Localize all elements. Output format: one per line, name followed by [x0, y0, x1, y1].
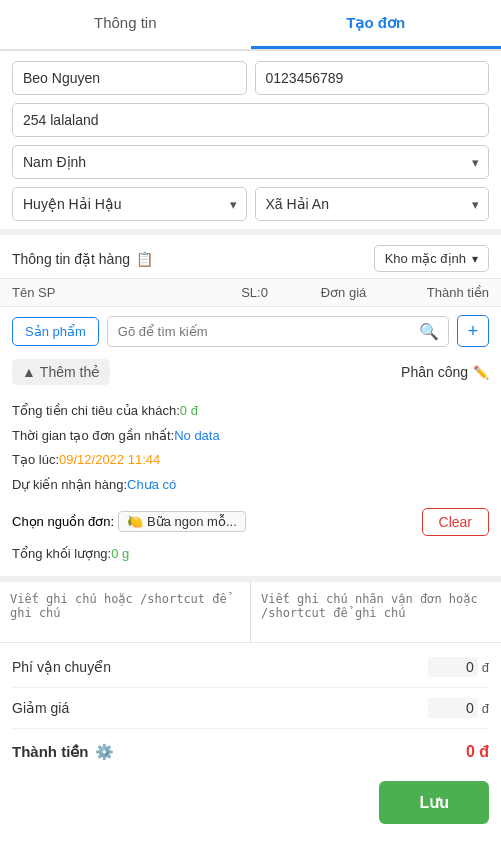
- warehouse-label: Kho mặc định: [385, 251, 466, 266]
- nguon-don-tag[interactable]: 🍋 Bữa ngon mỗ...: [118, 511, 246, 532]
- tong-khoi-luong-label: Tổng khối lượng:: [12, 542, 111, 567]
- thanh-tien-val: 0 đ: [466, 743, 489, 761]
- search-input[interactable]: [107, 316, 449, 347]
- thoi-gian-val: No data: [174, 424, 220, 449]
- tao-luc-val: 09/12/2022 11:44: [59, 448, 160, 473]
- thanh-tien-text: Thành tiền: [12, 743, 89, 761]
- notes-section: [0, 576, 501, 642]
- th-qty: SL:0: [214, 285, 295, 300]
- chevron-down-icon: ▾: [472, 252, 478, 266]
- phi-van-chuyen-row: Phí vận chuyển đ: [12, 647, 489, 688]
- address-input[interactable]: [12, 103, 489, 137]
- tab-thong-tin[interactable]: Thông tin: [0, 0, 251, 49]
- thoi-gian-line: Thời gian tạo đơn gần nhất: No data: [12, 424, 489, 449]
- district-ward-row: Huyện Hải Hậu Xã Hải An: [12, 187, 489, 221]
- name-input[interactable]: [12, 61, 247, 95]
- tao-luc-label: Tạo lúc:: [12, 448, 59, 473]
- product-search-row: Sản phẩm 🔍 +: [0, 307, 501, 355]
- province-select[interactable]: Nam Định: [12, 145, 489, 179]
- district-select[interactable]: Huyện Hải Hậu: [12, 187, 247, 221]
- tong-tien-label: Tổng tiền chi tiêu của khách:: [12, 399, 180, 424]
- giam-gia-unit: đ: [482, 701, 489, 716]
- tab-bar: Thông tin Tạo đơn: [0, 0, 501, 51]
- them-the-label: Thêm thẻ: [40, 364, 100, 380]
- ward-select[interactable]: Xã Hải An: [255, 187, 490, 221]
- tong-khoi-luong-val: 0 g: [111, 542, 129, 567]
- thoi-gian-label: Thời gian tạo đơn gần nhất:: [12, 424, 174, 449]
- info-lines: Tổng tiền chi tiêu của khách: 0 đ Thời g…: [0, 393, 501, 506]
- order-info-text: Thông tin đặt hàng: [12, 251, 130, 267]
- note-input-1[interactable]: [0, 582, 251, 642]
- total-row: Thành tiền ⚙️ 0 đ: [0, 733, 501, 771]
- nguon-don-row: Chọn nguồn đơn: 🍋 Bữa ngon mỗ... Clear: [0, 506, 501, 540]
- giam-gia-label: Giảm giá: [12, 700, 69, 716]
- nguon-don-label: Chọn nguồn đơn:: [12, 514, 114, 529]
- giam-gia-row: Giảm giá đ: [12, 688, 489, 729]
- giam-gia-right: đ: [428, 698, 489, 718]
- form-area: Nam Định Huyện Hải Hậu Xã Hải An: [0, 51, 501, 221]
- phone-input[interactable]: [255, 61, 490, 95]
- province-select-wrapper: Nam Định: [12, 145, 489, 179]
- du-kien-label: Dự kiến nhận hàng:: [12, 473, 127, 498]
- province-row: Nam Định: [12, 145, 489, 179]
- phi-van-chuyen-input[interactable]: [428, 657, 478, 677]
- clear-button[interactable]: Clear: [422, 508, 489, 536]
- phan-cong[interactable]: Phân công ✏️: [401, 364, 489, 380]
- add-product-button[interactable]: +: [457, 315, 489, 347]
- save-button[interactable]: Lưu: [379, 781, 489, 824]
- name-phone-row: [12, 61, 489, 95]
- up-arrow-icon: ▲: [22, 364, 36, 380]
- them-the-row: ▲ Thêm thẻ Phân công ✏️: [0, 355, 501, 393]
- tong-tien-line: Tổng tiền chi tiêu của khách: 0 đ: [12, 399, 489, 424]
- tao-luc-line: Tạo lúc: 09/12/2022 11:44: [12, 448, 489, 473]
- phi-van-chuyen-right: đ: [428, 657, 489, 677]
- th-price: Đơn giá: [295, 285, 392, 300]
- du-kien-line: Dự kiến nhận hàng: Chưa có: [12, 473, 489, 498]
- tab-tao-don[interactable]: Tạo đơn: [251, 0, 502, 49]
- thanh-tien-label: Thành tiền ⚙️: [12, 743, 114, 761]
- search-input-wrap: 🔍: [107, 316, 449, 347]
- phan-cong-label: Phân công: [401, 364, 468, 380]
- warehouse-select[interactable]: Kho mặc định ▾: [374, 245, 489, 272]
- fee-rows: Phí vận chuyển đ Giảm giá đ: [0, 642, 501, 733]
- giam-gia-input[interactable]: [428, 698, 478, 718]
- nguon-don-emoji: 🍋: [127, 514, 143, 529]
- phi-van-chuyen-unit: đ: [482, 660, 489, 675]
- du-kien-val: Chưa có: [127, 473, 176, 498]
- calendar-icon: 📋: [136, 251, 153, 267]
- main-container: Thông tin Tạo đơn Nam Định Huyện Hải Hậu: [0, 0, 501, 864]
- khoi-luong-line: Tổng khối lượng: 0 g: [0, 540, 501, 571]
- them-the-button[interactable]: ▲ Thêm thẻ: [12, 359, 110, 385]
- table-header: Tên SP SL:0 Đơn giá Thành tiền: [0, 278, 501, 307]
- district-select-wrapper: Huyện Hải Hậu: [12, 187, 247, 221]
- edit-icon: ✏️: [473, 365, 489, 380]
- tong-tien-val: 0 đ: [180, 399, 198, 424]
- save-btn-wrap: Lưu: [0, 771, 501, 844]
- tong-khoi-luong-line: Tổng khối lượng: 0 g: [12, 542, 489, 567]
- product-button[interactable]: Sản phẩm: [12, 317, 99, 346]
- settings-icon[interactable]: ⚙️: [95, 743, 114, 761]
- nguon-don-text: Bữa ngon mỗ...: [147, 514, 237, 529]
- order-info-label: Thông tin đặt hàng 📋: [12, 251, 153, 267]
- th-total: Thành tiền: [392, 285, 489, 300]
- nguon-don-left: Chọn nguồn đơn: 🍋 Bữa ngon mỗ...: [12, 511, 246, 532]
- th-name: Tên SP: [12, 285, 214, 300]
- note-input-2[interactable]: [251, 582, 501, 642]
- ward-select-wrapper: Xã Hải An: [255, 187, 490, 221]
- address-row: [12, 103, 489, 137]
- order-info-header: Thông tin đặt hàng 📋 Kho mặc định ▾: [0, 229, 501, 278]
- phi-van-chuyen-label: Phí vận chuyển: [12, 659, 111, 675]
